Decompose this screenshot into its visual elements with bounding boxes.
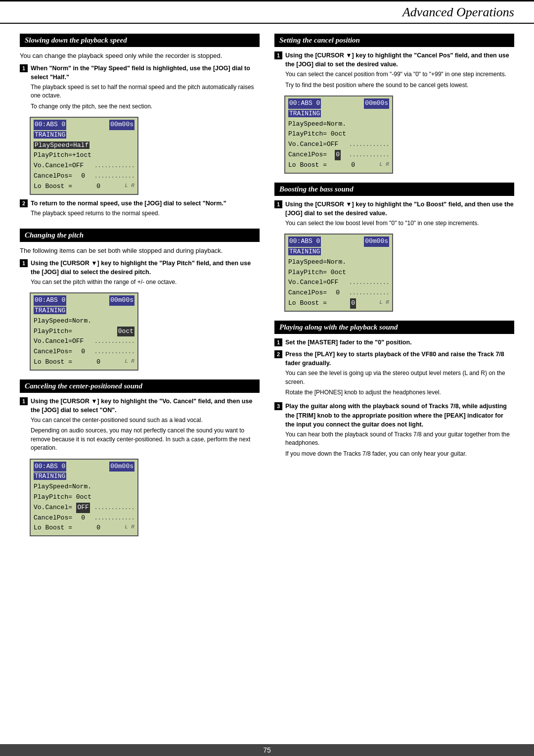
bass-step1-bold: Using the [CURSOR ▼] key to highlight th… xyxy=(285,200,514,218)
lcd4-row6b: 0 xyxy=(335,150,341,160)
cancel-center-step-1: 1 Using the [CURSOR ▼] key to highlight … xyxy=(20,397,260,455)
lcd1-row2: TRAINING xyxy=(34,131,66,139)
section-pitch: Changing the pitch The following items c… xyxy=(20,229,260,371)
lcd5-row1b: 00m00s xyxy=(364,236,389,247)
lcd3-row6: CancelPos= xyxy=(34,513,72,523)
page-header: Advanced Operations xyxy=(0,0,534,24)
section-bass-header: Boosting the bass sound xyxy=(274,183,514,196)
lcd2-row2: TRAINING xyxy=(34,307,66,314)
lcd2-row1b: 00m00s xyxy=(109,295,134,306)
lcd5-row6: CancelPos= xyxy=(288,288,327,298)
lcd3-row6b: 0 xyxy=(81,513,85,523)
cancel-pos-sub0: You can select the cancel position from … xyxy=(285,70,514,79)
cancel-center-step1-bold: Using the [CURSOR ▼] key to highlight th… xyxy=(31,397,260,415)
lcd2-row7a: Lo Boost = xyxy=(34,357,72,368)
lcd2-row6: CancelPos= xyxy=(34,347,72,357)
playing-step-1: 1 Set the [MASTER] fader to the "0" posi… xyxy=(274,338,514,347)
cancel-pos-step-num: 1 xyxy=(274,51,282,59)
lcd4-row1a: 00:ABS 0 xyxy=(288,98,321,109)
bass-sub0: You can select the low boost level from … xyxy=(285,219,514,228)
pitch-step1-content: Using the [CURSOR ▼] key to highlight th… xyxy=(31,259,260,289)
lcd1-row7a: Lo Boost = xyxy=(34,182,72,192)
lcd3-row7b: 0 xyxy=(96,523,100,533)
lcd2-lr: L R xyxy=(125,357,134,368)
cancel-pos-sub1: Try to find the best position where the … xyxy=(285,81,514,90)
section-playing-along-header: Playing along with the playback sound xyxy=(274,321,514,334)
section-cancel-pos: Setting the cancel position 1 Using the … xyxy=(274,34,514,174)
playing-step-3: 3 Play the guitar along with the playbac… xyxy=(274,402,514,460)
lcd5-row2: TRAINING xyxy=(288,248,321,255)
main-content: Slowing down the playback speed You can … xyxy=(0,24,534,565)
lcd1-row1b: 00m00s xyxy=(109,120,134,130)
section-pitch-header: Changing the pitch xyxy=(20,229,260,242)
lcd1-row5: Vo.Cancel=OFF xyxy=(34,161,84,171)
lcd2-row6b: 0 xyxy=(81,347,85,357)
lcd2-row1a: 00:ABS 0 xyxy=(34,295,66,306)
lcd-cancel-center: 00:ABS 0 00m00s TRAINING PlaySpeed=Norm.… xyxy=(30,459,138,537)
bass-step-1: 1 Using the [CURSOR ▼] key to highlight … xyxy=(274,200,514,230)
playing-step-num-3: 3 xyxy=(274,402,282,410)
lcd5-row4: PlayPitch= 0oct xyxy=(288,268,389,278)
lcd3-row4: PlayPitch= 0oct xyxy=(34,492,134,503)
pitch-step-1: 1 Using the [CURSOR ▼] key to highlight … xyxy=(20,259,260,289)
step-num-2: 2 xyxy=(20,199,28,207)
pitch-intro: The following items can be set both whil… xyxy=(20,246,260,256)
lcd1-row7b: 0 xyxy=(96,182,100,192)
lcd1-row6b: 0 xyxy=(81,171,85,182)
lcd3-row1b: 00m00s xyxy=(109,462,134,472)
lcd3-row5a: Vo.Cancel= xyxy=(34,503,72,513)
playing-step2-content: Press the [PLAY] key to starts playback … xyxy=(285,350,514,399)
section-playing-along: Playing along with the playback sound 1 … xyxy=(274,321,514,460)
lcd-bass: 00:ABS 0 00m00s TRAINING PlaySpeed=Norm.… xyxy=(284,234,393,312)
slowing-intro: You can change the playback speed only w… xyxy=(20,51,260,61)
lcd4-lr: L R xyxy=(379,160,389,171)
playing-step2-sub1: Rotate the [PHONES] knob to adjust the h… xyxy=(285,388,514,397)
lcd3-row2: TRAINING xyxy=(34,472,66,480)
lcd1-row4: PlayPitch=+1oct xyxy=(34,150,134,161)
lcd-cancel-pos: 00:ABS 0 00m00s TRAINING PlaySpeed=Norm.… xyxy=(284,95,393,174)
slowing-step1-sub1: To change only the pitch, see the next s… xyxy=(31,102,260,111)
lcd5-row6b: 0 xyxy=(336,288,340,298)
lcd4-row1b: 00m00s xyxy=(364,98,389,109)
playing-step3-sub0: You can hear both the playback sound of … xyxy=(285,430,514,448)
cancel-center-sub0: You can cancel the center-positioned sou… xyxy=(31,416,260,425)
lcd5-lr: L R xyxy=(379,298,389,309)
section-cancel-center: Canceling the center-positioned sound 1 … xyxy=(20,379,260,536)
slowing-step2-sub0: The playback speed returns to the normal… xyxy=(31,209,226,218)
playing-step1-content: Set the [MASTER] fader to the "0" positi… xyxy=(285,338,412,347)
step-num-1: 1 xyxy=(20,64,28,72)
right-column: Setting the cancel position 1 Using the … xyxy=(274,34,514,545)
section-slowing-header: Slowing down the playback speed xyxy=(20,34,260,47)
pitch-step1-sub: You can set the pitch within the range o… xyxy=(31,278,260,286)
slowing-step1-sub0: The playback speed is set to half the no… xyxy=(31,83,260,100)
lcd1-row3: PlaySpeed=Half xyxy=(34,142,89,149)
playing-step2-sub0: You can see the level is going up via th… xyxy=(285,369,514,386)
slowing-step2-content: To return to the normal speed, use the [… xyxy=(31,199,226,220)
bass-step1-content: Using the [CURSOR ▼] key to highlight th… xyxy=(285,200,514,230)
playing-step-num-2: 2 xyxy=(274,350,282,358)
left-column: Slowing down the playback speed You can … xyxy=(20,34,260,545)
section-slowing-down: Slowing down the playback speed You can … xyxy=(20,34,260,220)
lcd1-row1a: 00:ABS 0 xyxy=(34,120,66,130)
slowing-step-1: 1 When "Norm" in the "Play Speed" field … xyxy=(20,64,260,113)
playing-step3-bold: Play the guitar along with the playback … xyxy=(285,402,514,428)
lcd4-row3: PlaySpeed=Norm. xyxy=(288,119,389,130)
cancel-center-sub1: Depending on audio sources, you may not … xyxy=(31,426,260,452)
lcd2-row4a: PlayPitch= xyxy=(34,327,72,337)
lcd4-row7b: 0 xyxy=(351,160,355,171)
lcd4-row5: Vo.Cancel=OFF xyxy=(288,140,338,150)
lcd3-row7a: Lo Boost = xyxy=(34,523,72,533)
lcd2-row5: Vo.Cancel=OFF xyxy=(34,336,84,347)
lcd4-row6a: CancelPos= xyxy=(288,150,327,160)
lcd-pitch: 00:ABS 0 00m00s TRAINING PlaySpeed=Norm.… xyxy=(30,292,138,371)
playing-step3-content: Play the guitar along with the playback … xyxy=(285,402,514,460)
lcd2-row7b: 0 xyxy=(96,357,100,368)
lcd1-row6: CancelPos= xyxy=(34,171,72,182)
lcd4-row2: TRAINING xyxy=(288,110,321,117)
lcd5-row7a: Lo Boost = xyxy=(288,298,327,309)
lcd5-row1a: 00:ABS 0 xyxy=(288,236,321,247)
playing-step1-bold: Set the [MASTER] fader to the "0" positi… xyxy=(285,338,412,347)
lcd1-lr: L R xyxy=(125,182,134,192)
lcd5-row3: PlaySpeed=Norm. xyxy=(288,257,389,268)
section-cancel-center-header: Canceling the center-positioned sound xyxy=(20,379,260,393)
